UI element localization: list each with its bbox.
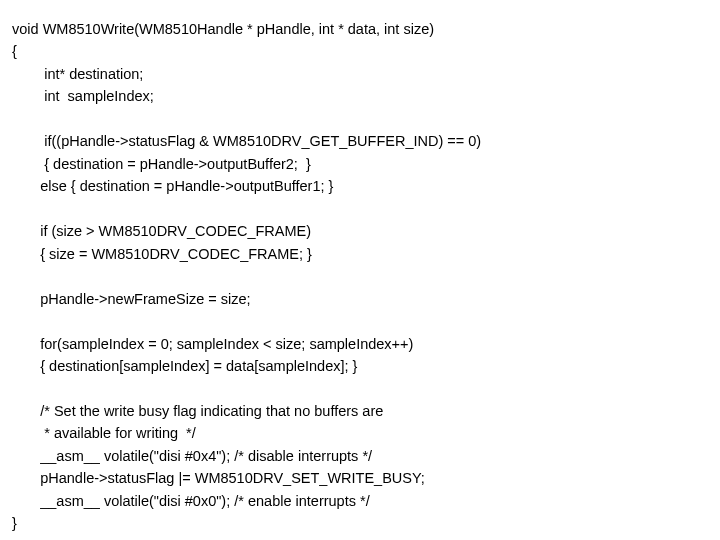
- code-line: pHandle->statusFlag |= WM8510DRV_SET_WRI…: [12, 470, 425, 486]
- code-line: /* Set the write busy flag indicating th…: [12, 403, 383, 419]
- code-line: { destination = pHandle->outputBuffer2; …: [12, 156, 311, 172]
- code-line: void WM8510Write(WM8510Handle * pHandle,…: [12, 21, 434, 37]
- code-line: * available for writing */: [12, 425, 196, 441]
- code-line: pHandle->newFrameSize = size;: [12, 291, 251, 307]
- code-line: for(sampleIndex = 0; sampleIndex < size;…: [12, 336, 413, 352]
- code-line: else { destination = pHandle->outputBuff…: [12, 178, 333, 194]
- code-line: { size = WM8510DRV_CODEC_FRAME; }: [12, 246, 312, 262]
- code-line: }: [12, 515, 17, 531]
- code-line: {: [12, 43, 17, 59]
- code-line: if (size > WM8510DRV_CODEC_FRAME): [12, 223, 311, 239]
- code-line: if((pHandle->statusFlag & WM8510DRV_GET_…: [12, 133, 481, 149]
- code-line: __asm__ volatile("disi #0x0"); /* enable…: [12, 493, 370, 509]
- code-line: int sampleIndex;: [12, 88, 154, 104]
- code-snippet: void WM8510Write(WM8510Handle * pHandle,…: [0, 0, 720, 535]
- code-line: __asm__ volatile("disi #0x4"); /* disabl…: [12, 448, 372, 464]
- code-line: int* destination;: [12, 66, 143, 82]
- code-line: { destination[sampleIndex] = data[sample…: [12, 358, 357, 374]
